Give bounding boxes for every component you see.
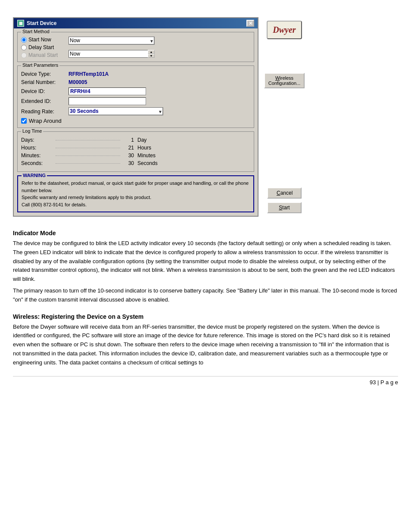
reading-rate-row: Reading Rate: 30 Seconds 1 Minute 5 Minu… [21, 107, 250, 115]
serial-number-row: Serial Number: M00005 [21, 79, 250, 85]
radio-start-now-label: Start Now [28, 37, 51, 43]
wireless-registering-heading: Wireless: Registering the Device on a Sy… [13, 313, 398, 320]
wireless-config-button[interactable]: Wireless Configuration... [264, 73, 305, 88]
dialog-sidebar: Dwyer Wireless Configuration... Cancel S… [258, 17, 310, 217]
radio-start-now[interactable] [21, 37, 27, 43]
dialog-titlebar: ▦ Start Device ✕ [14, 18, 258, 28]
log-hours-label: Hours: [21, 145, 56, 151]
log-hours-dots [56, 148, 120, 148]
start-parameters-label: Start Parameters [21, 62, 59, 68]
start-device-dialog: ▦ Start Device ✕ Start Method Start Now [13, 17, 258, 217]
extended-id-row: Extended ID: [21, 97, 250, 105]
indicator-mode-heading: Indicator Mode [13, 230, 398, 236]
start-parameters-group: Start Parameters Device Type: RFRHTemp10… [17, 65, 254, 128]
start-button[interactable]: Start [267, 202, 302, 213]
indicator-mode-section: Indicator Mode The device may be configu… [13, 230, 398, 305]
radio-manual-start-label: Manual Start [28, 52, 58, 58]
spin-input[interactable] [68, 50, 155, 58]
radio-delay-start[interactable] [21, 45, 27, 50]
device-id-label: Device ID: [21, 88, 68, 94]
log-seconds-unit: Seconds [137, 160, 163, 166]
spin-wrapper: ▲ ▼ [68, 50, 155, 58]
log-hours-unit: Hours [137, 145, 163, 151]
select-wrapper-1: Now ▼ [68, 37, 155, 45]
extended-id-input[interactable] [68, 97, 146, 105]
log-seconds-value: 30 [120, 160, 137, 166]
log-days-unit: Day [137, 137, 163, 143]
serial-number-value: M00005 [68, 79, 87, 85]
wireless-config-text: Configuration... [268, 81, 301, 86]
start-method-content: Start Now Delay Start Manual Start [21, 34, 250, 58]
dropdown-row-1: Now ▼ [68, 37, 250, 45]
indicator-mode-para-2: The primary reason to turn off the 10-se… [13, 286, 398, 305]
titlebar-left: ▦ Start Device [17, 20, 56, 27]
reading-rate-select-wrapper: 30 Seconds 1 Minute 5 Minutes ▼ [68, 107, 163, 115]
spin-down-button[interactable]: ▼ [148, 54, 155, 58]
cancel-underline: Cancel [277, 190, 293, 196]
reading-rate-label: Reading Rate: [21, 109, 68, 115]
dialog-content: Start Method Start Now Delay Start [14, 28, 258, 216]
start-underline: Start [279, 205, 290, 211]
warning-label: WARNING [22, 173, 47, 178]
log-minutes-label: Minutes: [21, 152, 56, 159]
log-time-content: Days: 1 Day Hours: 21 Hours Minutes: [21, 134, 250, 166]
log-days-label: Days: [21, 137, 56, 143]
close-button[interactable]: ✕ [246, 20, 254, 27]
log-hours-value: 21 [120, 145, 137, 151]
device-type-row: Device Type: RFRHTemp101A [21, 71, 250, 77]
dialog-title: Start Device [27, 20, 56, 26]
radio-start-now-row: Start Now [21, 37, 64, 43]
device-type-label: Device Type: [21, 71, 68, 77]
dropdown-row-2: ▲ ▼ [68, 50, 250, 58]
page-footer: 93 | P a g e [13, 376, 398, 386]
device-type-value: RFRHTemp101A [68, 71, 109, 77]
wireless-config-underline: Wireless [275, 75, 293, 81]
log-seconds-label: Seconds: [21, 160, 56, 166]
reading-rate-select[interactable]: 30 Seconds 1 Minute 5 Minutes [68, 107, 163, 115]
log-time-group: Log Time Days: 1 Day Hours: 21 Hours [17, 131, 254, 172]
warning-box: WARNING Refer to the datasheet, product … [17, 175, 254, 212]
wrap-around-checkbox[interactable] [21, 118, 27, 124]
log-days-value: 1 [120, 137, 137, 143]
log-time-label: Log Time [21, 128, 43, 134]
start-method-group: Start Method Start Now Delay Start [17, 32, 254, 62]
radio-manual-start-row: Manual Start [21, 52, 64, 58]
extended-id-label: Extended ID: [21, 98, 68, 104]
dwyer-logo: Dwyer [267, 21, 302, 39]
log-minutes-dots [56, 156, 120, 156]
serial-number-label: Serial Number: [21, 79, 68, 85]
params-content: Device Type: RFRHTemp101A Serial Number:… [21, 68, 250, 124]
wrap-around-label: Wrap Around [29, 118, 62, 124]
spin-up-button[interactable]: ▲ [148, 50, 155, 54]
dropdown-group: Now ▼ ▲ ▼ [68, 37, 250, 58]
radio-delay-start-label: Delay Start [28, 44, 54, 50]
radio-manual-start[interactable] [21, 53, 27, 58]
log-hours-row: Hours: 21 Hours [21, 145, 250, 151]
cancel-button[interactable]: Cancel [267, 187, 302, 199]
start-method-label: Start Method [21, 29, 51, 34]
radio-delay-start-row: Delay Start [21, 44, 64, 50]
radio-group: Start Now Delay Start Manual Start [21, 37, 64, 58]
warning-text: Refer to the datasheet, product manual, … [22, 178, 250, 208]
wrap-around-row: Wrap Around [21, 118, 250, 124]
spin-buttons: ▲ ▼ [148, 50, 155, 58]
title-icon: ▦ [17, 20, 24, 27]
log-days-row: Days: 1 Day [21, 137, 250, 143]
wireless-registering-section: Wireless: Registering the Device on a Sy… [13, 313, 398, 367]
log-seconds-row: Seconds: 30 Seconds [21, 160, 250, 166]
wireless-registering-para-1: Before the Dwyer software will receive d… [13, 323, 398, 367]
log-minutes-unit: Minutes [137, 152, 163, 159]
log-days-dots [56, 140, 120, 140]
start-dropdown-1[interactable]: Now [68, 37, 155, 45]
log-minutes-value: 30 [120, 152, 137, 159]
log-minutes-row: Minutes: 30 Minutes [21, 152, 250, 159]
page-number: 93 | P a g e [370, 379, 398, 386]
device-id-input[interactable] [68, 87, 146, 95]
device-id-row: Device ID: [21, 87, 250, 95]
indicator-mode-para-1: The device may be configured to blink th… [13, 239, 398, 284]
log-seconds-dots [56, 163, 120, 164]
